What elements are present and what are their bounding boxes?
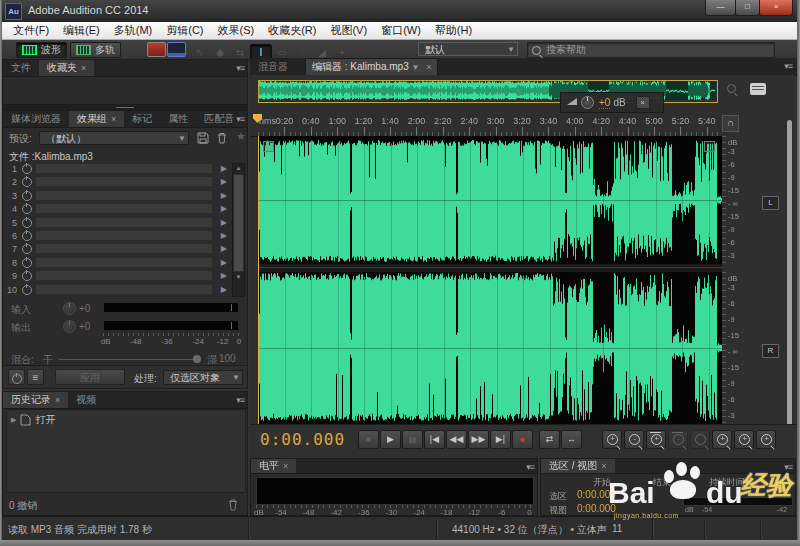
effect-slot-6[interactable]: 6▶ bbox=[3, 230, 227, 242]
power-icon[interactable] bbox=[22, 204, 32, 214]
mix-slider-handle[interactable] bbox=[193, 355, 201, 363]
hud-gain-value[interactable]: +0 bbox=[599, 97, 610, 109]
effect-slot-10[interactable]: 10▶ bbox=[3, 284, 227, 296]
zoom-in-horizontal-button[interactable]: + bbox=[602, 430, 622, 449]
favorite-star-icon[interactable]: ★ bbox=[236, 130, 246, 143]
overview-menu-icon[interactable] bbox=[750, 83, 766, 95]
overview-zoom-icon[interactable] bbox=[727, 84, 736, 93]
effect-slot-2[interactable]: 2▶ bbox=[3, 176, 227, 188]
menu-item-7[interactable]: 窗口(W) bbox=[374, 22, 428, 39]
menu-item-2[interactable]: 多轨(M) bbox=[107, 22, 160, 39]
slot-arrow-icon[interactable]: ▶ bbox=[221, 258, 227, 267]
close-button[interactable]: × bbox=[759, 0, 793, 16]
slot-insert[interactable] bbox=[35, 176, 213, 187]
scroll-up-icon[interactable]: ▲ bbox=[233, 164, 244, 173]
workspace-dropdown[interactable]: 默认 ▼ bbox=[418, 42, 518, 56]
effect-slot-9[interactable]: 9▶ bbox=[3, 270, 227, 282]
effect-slot-3[interactable]: 3▶ bbox=[3, 190, 227, 202]
waveform-display-button[interactable] bbox=[147, 42, 166, 57]
maximize-button[interactable]: □ bbox=[735, 0, 760, 16]
slot-arrow-icon[interactable]: ▶ bbox=[221, 218, 227, 227]
trash-icon[interactable] bbox=[227, 498, 239, 511]
pause-button[interactable]: ▮▮ bbox=[402, 430, 423, 449]
loop-playback-button[interactable]: ⇄ bbox=[539, 430, 560, 449]
close-icon[interactable]: × bbox=[636, 96, 650, 109]
volume-knob[interactable] bbox=[581, 96, 594, 109]
delete-preset-icon[interactable] bbox=[216, 132, 228, 144]
monitor-icon[interactable]: ∩ bbox=[722, 115, 739, 132]
panel-menu-icon[interactable]: ▾≡ bbox=[236, 63, 244, 73]
history-item[interactable]: ▶ 打开 bbox=[11, 413, 55, 427]
selection-start-value[interactable]: 0:00.000 bbox=[577, 489, 616, 500]
close-icon[interactable]: × bbox=[601, 461, 606, 471]
tab-history-1[interactable]: 视频 bbox=[68, 392, 104, 408]
waveform-view-button[interactable]: 波形 bbox=[16, 42, 67, 58]
panel-menu-icon[interactable]: ▾≡ bbox=[236, 114, 244, 124]
close-icon[interactable]: × bbox=[81, 63, 86, 73]
right-channel-button[interactable]: R bbox=[762, 344, 779, 358]
zoom-in-at-out-point-button[interactable]: + bbox=[734, 430, 754, 449]
mix-slider[interactable] bbox=[59, 359, 199, 360]
fast-forward-button[interactable]: ▶▶ bbox=[468, 430, 489, 449]
slot-arrow-icon[interactable]: ▶ bbox=[221, 177, 227, 186]
slot-insert[interactable] bbox=[35, 190, 213, 201]
timeline-ruler[interactable]: hms 0:200:401:001:201:402:002:202:403:00… bbox=[250, 114, 722, 137]
zoom-in-full-button[interactable]: + bbox=[646, 430, 666, 449]
minimize-button[interactable]: — bbox=[705, 0, 736, 16]
waveform-display[interactable] bbox=[258, 136, 722, 424]
zoom-in-at-in-point-button[interactable]: + bbox=[712, 430, 732, 449]
slot-arrow-icon[interactable]: ▶ bbox=[221, 271, 227, 280]
go-to-end-button[interactable]: ▶| bbox=[490, 430, 511, 449]
slot-arrow-icon[interactable]: ▶ bbox=[221, 285, 227, 294]
slot-insert[interactable] bbox=[35, 203, 213, 214]
panel-menu-icon[interactable]: ▾≡ bbox=[526, 462, 534, 472]
record-button[interactable]: ● bbox=[512, 430, 533, 449]
slot-insert[interactable] bbox=[35, 270, 213, 281]
go-to-start-button[interactable]: |◀ bbox=[424, 430, 445, 449]
scrollbar-thumb[interactable] bbox=[233, 174, 244, 272]
slot-insert[interactable] bbox=[35, 163, 213, 174]
zoom-reset-button[interactable] bbox=[690, 430, 710, 449]
menu-item-0[interactable]: 文件(F) bbox=[6, 22, 56, 39]
zoom-to-selection-button[interactable]: + bbox=[756, 430, 776, 449]
multitrack-view-button[interactable]: 多轨 bbox=[70, 42, 121, 58]
chevron-down-icon[interactable]: ▼ bbox=[411, 63, 419, 72]
volume-hud[interactable]: +0 dB × bbox=[560, 92, 664, 113]
slot-arrow-icon[interactable]: ▶ bbox=[221, 204, 227, 213]
menu-item-5[interactable]: 收藏夹(R) bbox=[261, 22, 323, 39]
power-icon[interactable] bbox=[22, 177, 32, 187]
output-gain-knob[interactable] bbox=[63, 320, 76, 333]
power-icon[interactable] bbox=[22, 231, 32, 241]
effect-slot-7[interactable]: 7▶ bbox=[3, 243, 227, 255]
menu-item-4[interactable]: 效果(S) bbox=[211, 22, 262, 39]
slot-arrow-icon[interactable]: ▶ bbox=[221, 244, 227, 253]
power-icon[interactable] bbox=[22, 218, 32, 228]
time-display[interactable]: 0:00.000 bbox=[260, 430, 345, 449]
power-icon[interactable] bbox=[22, 164, 32, 174]
tab-effects-1[interactable]: 效果组× bbox=[69, 111, 124, 127]
power-icon[interactable] bbox=[22, 285, 32, 295]
panel-menu-icon[interactable]: ▾≡ bbox=[784, 61, 792, 71]
scroll-down-icon[interactable]: ▼ bbox=[233, 273, 244, 282]
power-icon[interactable] bbox=[22, 258, 32, 268]
effect-slot-1[interactable]: 1▶ bbox=[3, 163, 227, 175]
slot-insert[interactable] bbox=[35, 243, 213, 254]
slot-insert[interactable] bbox=[35, 257, 213, 268]
tab-files[interactable]: 文件 bbox=[3, 60, 39, 76]
input-gain-knob[interactable] bbox=[63, 302, 76, 315]
slot-arrow-icon[interactable]: ▶ bbox=[221, 231, 227, 240]
razor-tool[interactable]: ◆ bbox=[210, 45, 230, 60]
close-icon[interactable]: × bbox=[426, 62, 431, 72]
tab-effects-3[interactable]: 属性 bbox=[160, 111, 196, 127]
effect-slot-4[interactable]: 4▶ bbox=[3, 203, 227, 215]
slot-insert[interactable] bbox=[35, 284, 213, 295]
slot-insert[interactable] bbox=[35, 230, 213, 241]
rack-list-button[interactable]: ≡ bbox=[27, 369, 44, 385]
search-help-input[interactable]: 搜索帮助 bbox=[527, 42, 775, 58]
menu-item-8[interactable]: 帮助(H) bbox=[428, 22, 479, 39]
panel-menu-icon[interactable]: ▾≡ bbox=[784, 462, 792, 472]
tab-editor[interactable]: 编辑器 : Kalimba.mp3 ▼ × bbox=[305, 58, 438, 76]
menu-item-1[interactable]: 编辑(E) bbox=[56, 22, 107, 39]
save-preset-icon[interactable] bbox=[197, 132, 209, 144]
power-icon[interactable] bbox=[22, 191, 32, 201]
